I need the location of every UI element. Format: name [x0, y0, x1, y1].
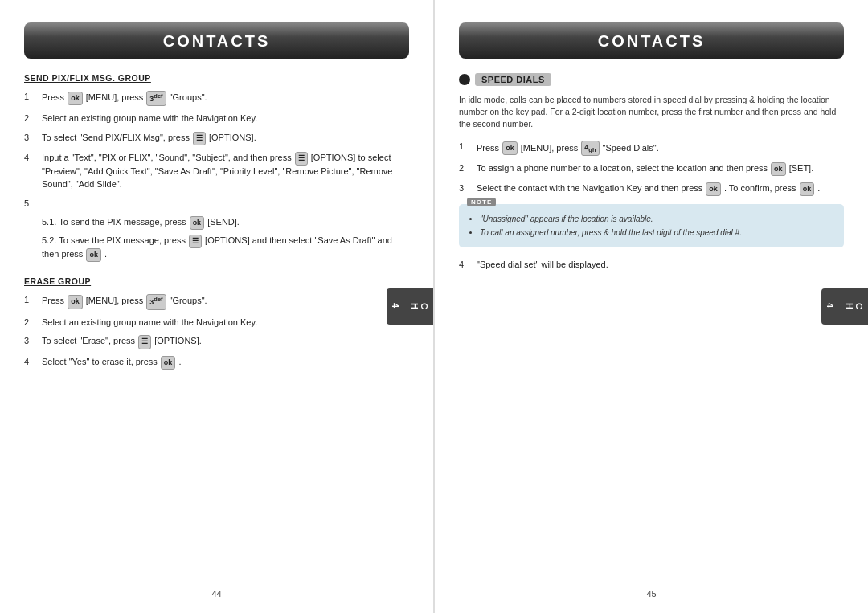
note-item-2: To call an assigned number, press & hold…: [480, 227, 836, 239]
erase-steps: 1 Press ok [MENU], press 3def "Groups". …: [24, 294, 409, 369]
note-item-1: "Unassigned" appears if the location is …: [480, 214, 836, 225]
options-btn3: ☰: [189, 235, 202, 248]
left-ch-tab: CH4: [387, 288, 433, 325]
send-pix-title: SEND PIX/FLIX MSG. GROUP: [24, 73, 409, 83]
right-column: CONTACTS SPEED DIALS In idle mode, calls…: [434, 0, 868, 613]
speed-dials-steps: 1 Press ok [MENU], press 4gh "Speed Dial…: [459, 141, 844, 197]
step-4: 4 Input a "Text", "PIX or FLIX", "Sound"…: [24, 152, 409, 191]
send-btn: ok: [190, 216, 205, 230]
step-1: 1 Press ok [MENU], press 3def "Groups".: [24, 91, 409, 106]
sd-step-3: 3 Select the contact with the Navigation…: [459, 182, 844, 196]
note-box: NOTE "Unassigned" appears if the locatio…: [459, 204, 844, 247]
ok-btn3: ok: [706, 182, 721, 196]
right-ch-tab: CH4: [821, 288, 868, 325]
right-contacts-title: CONTACTS: [598, 32, 706, 50]
options-btn: ☰: [193, 132, 206, 145]
options-btn4: ☰: [138, 335, 151, 349]
send-pix-steps: 1 Press ok [MENU], press 3def "Groups". …: [24, 91, 409, 210]
right-contacts-header: CONTACTS: [459, 22, 844, 59]
groups-btn2: 3def: [146, 294, 166, 309]
sub-step-5-2: 5.2. To save the PIX message, press ☰ [O…: [42, 235, 409, 262]
ok-btn: ok: [86, 248, 101, 262]
erase-step-4: 4 Select "Yes" to erase it, press ok .: [24, 356, 409, 370]
left-contacts-title: CONTACTS: [163, 32, 271, 50]
sd-step-4: 4 "Speed dial set" will be displayed.: [459, 259, 844, 272]
erase-section: ERASE GROUP 1 Press ok [MENU], press 3de…: [24, 276, 409, 369]
page-container: CONTACTS SEND PIX/FLIX MSG. GROUP 1 Pres…: [0, 0, 868, 613]
speed-dials-header: SPEED DIALS: [459, 73, 844, 86]
step-5: 5: [24, 198, 409, 210]
left-page-num: 44: [211, 589, 221, 599]
options-btn2: ☰: [295, 152, 308, 166]
groups-btn: 3def: [146, 91, 166, 106]
speed-dials-label: SPEED DIALS: [475, 73, 551, 86]
ok-btn2: ok: [161, 356, 176, 370]
menu-btn: ok: [68, 92, 83, 105]
right-page-num: 45: [646, 589, 656, 599]
ok-btn4: ok: [800, 182, 815, 196]
note-list: "Unassigned" appears if the location is …: [467, 214, 836, 239]
menu-btn2: ok: [68, 295, 83, 309]
speed-dials-dot: [459, 74, 470, 85]
sd-step-1: 1 Press ok [MENU], press 4gh "Speed Dial…: [459, 141, 844, 157]
left-column: CONTACTS SEND PIX/FLIX MSG. GROUP 1 Pres…: [0, 0, 434, 613]
speed-dials-step4: 4 "Speed dial set" will be displayed.: [459, 259, 844, 272]
sd-step-2: 2 To assign a phone number to a location…: [459, 162, 844, 176]
erase-step-3: 3 To select "Erase", press ☰ [OPTIONS].: [24, 335, 409, 349]
sub-step-5-1: 5.1. To send the PIX message, press ok […: [42, 216, 409, 230]
erase-group-title: ERASE GROUP: [24, 276, 409, 286]
menu-btn3: ok: [502, 141, 518, 155]
note-label: NOTE: [467, 198, 496, 206]
step-2: 2 Select an existing group name with the…: [24, 112, 409, 125]
step-3: 3 To select "Send PIX/FLIX Msg", press ☰…: [24, 132, 409, 145]
erase-step-1: 1 Press ok [MENU], press 3def "Groups".: [24, 294, 409, 309]
set-btn: ok: [771, 162, 786, 176]
erase-step-2: 2 Select an existing group name with the…: [24, 317, 409, 329]
speeddials-btn: 4gh: [581, 141, 599, 157]
left-contacts-header: CONTACTS: [24, 22, 409, 59]
speed-dials-intro: In idle mode, calls can be placed to num…: [459, 94, 844, 131]
